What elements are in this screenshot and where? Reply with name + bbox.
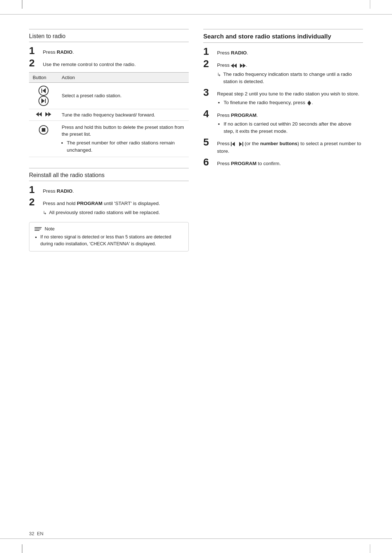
bottom-line-right <box>370 544 371 553</box>
listen-to-radio-section: Listen to radio 1 Press RADIO. 2 Use the… <box>29 29 189 164</box>
search-step-5: 5 Press <box>203 139 363 155</box>
table-row-arrows: Tune the radio frequency backward/ forwa… <box>29 109 189 120</box>
note-line-2 <box>34 229 41 229</box>
search-step-2-sub: ↳ The radio frequency indication starts … <box>217 71 363 86</box>
search-step-number-3: 3 <box>203 87 213 98</box>
step2-sub-text: The radio frequency indication starts to… <box>223 71 363 86</box>
search-step-number-2: 2 <box>203 59 213 69</box>
search-step-4-content: Press PROGRAM. If no action is carried o… <box>217 110 363 135</box>
s2-arrow-l2 <box>234 64 237 68</box>
reinstall-sub-note: ↳ All previously stored radio stations w… <box>43 209 189 217</box>
step-number-2: 2 <box>29 58 39 68</box>
note-header: Note <box>34 226 183 232</box>
search-step-1-content: Press RADIO. <box>217 48 363 57</box>
search-step-5-content: Press <box>217 139 363 155</box>
search-step-3-content: Repeat step 2 until you tune to the radi… <box>217 89 363 107</box>
top-line-right <box>370 0 371 9</box>
step-2-listen: 2 Use the remote control to control the … <box>29 60 189 68</box>
arrow-r2 <box>48 112 51 116</box>
left-column: Listen to radio 1 Press RADIO. 2 Use the… <box>29 29 189 531</box>
reinstall-step-1: 1 Press RADIO. <box>29 186 189 195</box>
delete-bullet-1: The preset number for other radio statio… <box>67 139 185 154</box>
arrow-r1 <box>45 112 48 116</box>
step-1-content: Press RADIO. <box>43 47 189 56</box>
table-row-stop: Press and hold this button to delete the… <box>29 120 189 157</box>
s2-arrow-r2 <box>243 64 246 68</box>
content: Listen to radio 1 Press RADIO. 2 Use the… <box>29 29 363 531</box>
search-step-number-4: 4 <box>203 109 213 119</box>
table-header-action: Action <box>58 72 189 82</box>
note-line-1 <box>34 227 42 228</box>
skip-prev-icon <box>38 86 49 96</box>
down-arrow <box>307 103 311 106</box>
arrow-l1 <box>36 112 39 116</box>
search-step-2: 2 Press <box>203 60 363 85</box>
s2-arrow-l1 <box>231 64 234 68</box>
reinstall-step-number-2: 2 <box>29 197 39 207</box>
arrow-l2 <box>39 112 42 116</box>
note-title: Note <box>45 226 54 232</box>
table-row-skip: Select a preset radio station. <box>29 82 189 109</box>
s5-prev-tri <box>232 142 235 146</box>
inner-square <box>42 128 45 132</box>
arrow-right-icon: ↳ <box>43 209 47 217</box>
step2-arrow-icon: ↳ <box>217 71 221 78</box>
search-step-number-5: 5 <box>203 137 213 147</box>
top-line-left <box>22 0 23 9</box>
step-2-content: Use the remote control to control the ra… <box>43 60 189 68</box>
step4-bullet-1: If no action is carried out within 20 se… <box>224 120 363 135</box>
step-1-listen: 1 Press RADIO. <box>29 47 189 56</box>
button-action-table: Button Action <box>29 72 189 157</box>
search-step-4: 4 Press PROGRAM. If no action is carried… <box>203 110 363 135</box>
note-line-3 <box>34 230 40 231</box>
reinstall-step-1-content: Press RADIO. <box>43 186 189 195</box>
note-content: If no stereo signal is detected or less … <box>34 234 183 247</box>
reinstall-sub-note-text: All previously stored radio stations wil… <box>49 209 160 216</box>
skip-next-icon <box>38 96 49 106</box>
search-store-title: Search and store radio stations individu… <box>203 29 363 43</box>
left-double-arrow <box>36 112 42 116</box>
next-bar-s5 <box>242 142 243 146</box>
search-step-number-1: 1 <box>203 46 213 57</box>
step3-bullet-1: To finetune the radio frequency, press . <box>224 99 363 106</box>
stop-icon <box>39 125 48 135</box>
bottom-line-left <box>22 544 23 553</box>
right-double-arrow-step2 <box>240 64 246 68</box>
note-bullet-1: If no stereo signal is detected or less … <box>40 234 183 247</box>
search-step-6: 6 Press PROGRAM to confirm. <box>203 159 363 167</box>
search-store-steps: 1 Press RADIO. 2 Press <box>203 48 363 167</box>
prev-bar-s5 <box>231 142 232 146</box>
step5-skip-prev <box>231 142 235 146</box>
s2-arrow-r1 <box>240 64 243 68</box>
right-double-arrow <box>45 112 51 116</box>
note-icon <box>34 227 42 231</box>
step4-bullets: If no action is carried out within 20 se… <box>224 120 363 135</box>
double-arrows-cell <box>29 109 58 120</box>
note-box: Note If no stereo signal is detected or … <box>29 222 189 251</box>
step3-bullets: To finetune the radio frequency, press . <box>224 99 363 106</box>
step-number-1: 1 <box>29 46 39 56</box>
search-store-section: Search and store radio stations individu… <box>203 29 363 171</box>
prev-bar <box>41 89 42 93</box>
table-action-select: Select a preset radio station. <box>58 82 189 109</box>
search-step-3: 3 Repeat step 2 until you tune to the ra… <box>203 89 363 107</box>
search-step-1: 1 Press RADIO. <box>203 48 363 57</box>
table-action-delete: Press and hold this button to delete the… <box>58 120 189 157</box>
listen-to-radio-steps: 1 Press RADIO. 2 Use the remote control … <box>29 47 189 69</box>
prev-triangle <box>42 88 46 93</box>
up-arrow <box>307 101 311 103</box>
top-border <box>0 0 392 15</box>
delete-bullets: The preset number for other radio statio… <box>67 139 185 154</box>
next-triangle <box>41 98 45 103</box>
reinstall-step-number-1: 1 <box>29 185 39 195</box>
table-action-tune: Tune the radio frequency backward/ forwa… <box>58 109 189 120</box>
page-number: 32 EN <box>29 531 44 536</box>
search-step-number-6: 6 <box>203 157 213 167</box>
reinstall-step-2: 2 Press and hold PROGRAM until 'START' i… <box>29 198 189 216</box>
bottom-border <box>0 538 392 553</box>
up-down-arrows-step3 <box>307 101 311 106</box>
s5-next-tri <box>239 142 242 146</box>
next-bar <box>45 99 46 103</box>
reinstall-step-2-content: Press and hold PROGRAM until 'START' is … <box>43 198 189 216</box>
left-double-arrow-step2 <box>231 64 237 68</box>
